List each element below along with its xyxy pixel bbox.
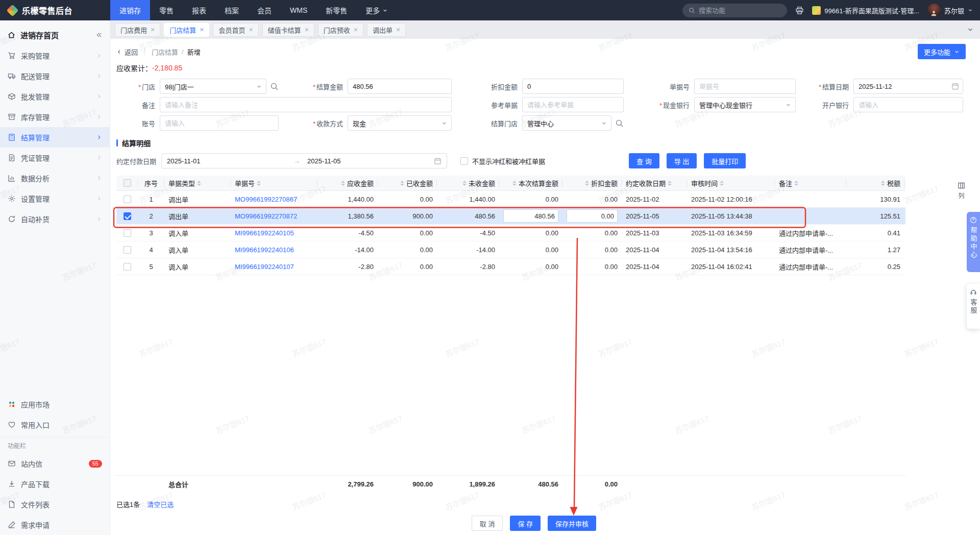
top-nav-item-1[interactable]: 进销存 <box>110 0 150 20</box>
printer-icon[interactable] <box>795 6 804 15</box>
user-menu[interactable]: 苏尔银 <box>927 4 973 17</box>
sidebar-tool-1[interactable]: 站内信55 <box>0 453 110 474</box>
column-header-audit[interactable]: 审核时间 <box>687 176 775 191</box>
sort-icon[interactable] <box>668 181 672 186</box>
hide-reversed-checkbox-group[interactable]: 不显示冲红和被冲红单据 <box>460 156 545 166</box>
tab-3[interactable]: 会员首页× <box>213 23 258 37</box>
export-button[interactable]: 导 出 <box>667 153 697 168</box>
column-header-tax[interactable]: 税额 <box>846 176 904 191</box>
open-bank-input[interactable] <box>853 97 963 112</box>
top-nav-item-5[interactable]: 会员 <box>248 0 281 20</box>
top-nav-item-7[interactable]: 新零售 <box>316 0 356 20</box>
table-row-1[interactable]: 1调出单MO996619922708671,440.000.001,440.00… <box>116 191 905 208</box>
sort-icon[interactable] <box>257 181 261 186</box>
doc-no-link[interactable]: MO99661992270872 <box>235 212 297 220</box>
column-header-due[interactable]: 约定收款日期 <box>622 176 687 191</box>
table-row-4[interactable]: 4调入单MI99661992240106-14.000.00-14.000.00… <box>116 241 905 258</box>
date-range-picker[interactable]: 2025-11-01 → 2025-11-05 <box>161 153 447 168</box>
sort-icon[interactable] <box>585 181 589 186</box>
store-select[interactable]: 98|门店一 <box>160 79 266 94</box>
tab-4[interactable]: 储值卡结算× <box>262 23 314 37</box>
sidebar-shortcut-1[interactable]: 应用市场 <box>0 394 110 415</box>
discount-amount-input[interactable] <box>522 79 624 94</box>
remark-input[interactable] <box>160 97 452 112</box>
table-row-5[interactable]: 5调入单MI99661992240107-2.800.00-2.800.000.… <box>116 258 905 275</box>
date-to[interactable]: 2025-11-05 <box>307 157 434 165</box>
hide-reversed-checkbox[interactable] <box>460 157 468 165</box>
column-header-unreceived[interactable]: 未收金额 <box>437 176 499 191</box>
editable-amount-cell[interactable]: 0.00 <box>567 209 618 223</box>
sidebar-item-4[interactable]: 库存管理 <box>0 107 110 127</box>
sort-icon[interactable] <box>512 181 517 186</box>
row-checkbox[interactable] <box>124 246 131 254</box>
close-icon[interactable]: × <box>200 26 204 33</box>
top-nav-item-6[interactable]: WMS <box>281 0 316 20</box>
column-header-settle[interactable]: 本次结算金额 <box>499 176 562 191</box>
breadcrumb-parent[interactable]: 门店结算 <box>152 47 178 57</box>
settle-store-search-icon[interactable] <box>615 119 624 128</box>
top-nav-item-4[interactable]: 档案 <box>215 0 248 20</box>
batch-print-button[interactable]: 批量打印 <box>704 153 746 168</box>
date-from[interactable]: 2025-11-01 <box>167 157 293 165</box>
doc-no-link[interactable]: MI99661992240107 <box>235 263 294 271</box>
tab-1[interactable]: 门店费用× <box>115 23 160 37</box>
doc-no-input[interactable] <box>694 79 796 94</box>
sidebar-item-8[interactable]: 设置管理 <box>0 188 110 209</box>
sort-icon[interactable] <box>197 181 201 186</box>
back-button[interactable]: 返回 <box>116 47 138 57</box>
table-row-2[interactable]: 2调出单MO996619922708721,380.56900.00480.56… <box>116 208 905 225</box>
sort-icon[interactable] <box>794 181 798 186</box>
sort-icon[interactable] <box>400 181 404 186</box>
sidebar-home[interactable]: 进销存首页 <box>0 24 110 45</box>
row-checkbox[interactable] <box>124 196 131 203</box>
save-button[interactable]: 保 存 <box>510 516 541 531</box>
sidebar-item-1[interactable]: 采购管理 <box>0 45 110 66</box>
collapse-sidebar-icon[interactable] <box>95 31 103 39</box>
top-nav-item-2[interactable]: 零售 <box>150 0 183 20</box>
sidebar-shortcut-2[interactable]: 常用入口 <box>0 415 110 435</box>
global-search[interactable] <box>682 4 787 17</box>
doc-no-link[interactable]: MO99661992270867 <box>235 196 297 203</box>
query-button[interactable]: 查 询 <box>629 153 659 168</box>
ref-doc-input[interactable] <box>522 97 624 112</box>
calendar-icon[interactable] <box>434 157 442 165</box>
column-header-type[interactable]: 单据类型 <box>164 176 231 191</box>
app-logo[interactable]: 乐檬零售后台 <box>0 4 110 16</box>
pay-method-select[interactable]: 现金 <box>348 115 452 131</box>
sort-icon[interactable] <box>720 181 724 186</box>
column-settings[interactable]: 列 <box>958 182 965 200</box>
account-input[interactable] <box>160 115 279 131</box>
customer-service-tab[interactable]: 客服 <box>967 284 980 329</box>
tabs-overflow-icon[interactable] <box>967 26 974 33</box>
cancel-button[interactable]: 取 消 <box>472 516 503 531</box>
select-all-checkbox[interactable] <box>124 179 131 187</box>
more-functions-button[interactable]: 更多功能 <box>918 44 966 59</box>
editable-amount-cell[interactable]: 480.56 <box>503 209 558 223</box>
cash-bank-select[interactable]: 管理中心现金银行 <box>694 97 796 112</box>
close-icon[interactable]: × <box>396 26 400 33</box>
column-header-receivable[interactable]: 应收金额 <box>317 176 378 191</box>
sidebar-item-2[interactable]: 配送管理 <box>0 66 110 86</box>
sort-icon[interactable] <box>881 181 885 186</box>
sidebar-item-6[interactable]: 凭证管理 <box>0 148 110 168</box>
top-nav-item-3[interactable]: 报表 <box>183 0 215 20</box>
clear-selection-link[interactable]: 清空已选 <box>147 499 174 509</box>
sidebar-item-9[interactable]: 自动补货 <box>0 209 110 229</box>
row-checkbox[interactable] <box>124 263 131 271</box>
row-checkbox[interactable] <box>124 212 131 220</box>
store-search-icon[interactable] <box>270 82 279 91</box>
tab-2[interactable]: 门店结算× <box>164 23 209 37</box>
close-icon[interactable]: × <box>249 26 253 33</box>
close-icon[interactable]: × <box>151 26 155 33</box>
sidebar-item-7[interactable]: 数据分析 <box>0 168 110 188</box>
help-center-tab[interactable]: 帮助中心 <box>967 212 980 272</box>
table-row-3[interactable]: 3调入单MI99661992240105-4.500.00-4.500.000.… <box>116 225 905 241</box>
save-and-audit-button[interactable]: 保存并审核 <box>548 516 596 531</box>
search-input[interactable] <box>699 7 775 14</box>
settle-date-input[interactable] <box>853 79 963 94</box>
column-header-no[interactable]: 单据号 <box>231 176 317 191</box>
sort-icon[interactable] <box>462 181 467 186</box>
sidebar-item-3[interactable]: 批发管理 <box>0 86 110 107</box>
column-header-discount[interactable]: 折扣金额 <box>562 176 622 191</box>
sidebar-tool-4[interactable]: 需求申请 <box>0 515 110 535</box>
